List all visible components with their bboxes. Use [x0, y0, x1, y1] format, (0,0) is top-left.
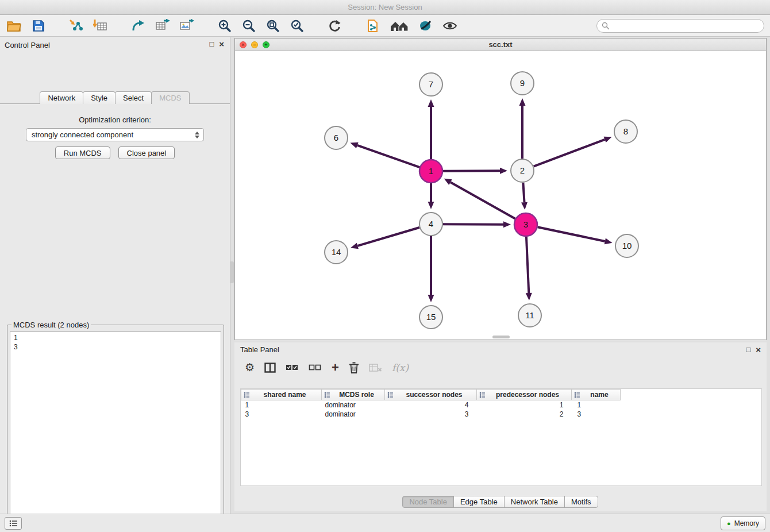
tab-motifs[interactable]: Motifs: [564, 496, 598, 508]
export-image-button[interactable]: [178, 17, 195, 34]
table-cell: dominator: [322, 400, 385, 410]
graph-edge-arrowhead: [503, 221, 511, 228]
graph-edge-3-11[interactable]: [526, 237, 529, 293]
zoom-in-button[interactable]: [216, 17, 233, 34]
save-session-button[interactable]: [30, 17, 47, 34]
column-header-mcds-role[interactable]: MCDS role: [322, 390, 385, 400]
table-toolbar: ⚙ +: [234, 357, 409, 378]
memory-button[interactable]: ● Memory: [721, 516, 765, 530]
network-window-title-bar[interactable]: × − + scc.txt: [235, 38, 766, 51]
graph-edge-4-3[interactable]: [443, 224, 503, 225]
style-button[interactable]: [417, 17, 434, 34]
add-column-button[interactable]: +: [332, 362, 339, 373]
apply-layout-button[interactable]: [326, 17, 344, 34]
graph-edge-1-2[interactable]: [443, 171, 500, 171]
columns-icon: [264, 363, 276, 373]
delete-column-button[interactable]: [349, 362, 359, 373]
memory-status-dot: ●: [727, 521, 731, 527]
criterion-dropdown[interactable]: strongly connected component: [26, 128, 204, 141]
horizontal-scrollbar[interactable]: [492, 336, 510, 338]
close-window-button[interactable]: ×: [240, 41, 247, 48]
zoom-window-button[interactable]: +: [263, 41, 270, 48]
eye-icon: [442, 21, 457, 31]
delete-table-button[interactable]: [369, 363, 382, 372]
criterion-value: strongly connected component: [32, 130, 193, 139]
graph-edge-2-8[interactable]: [534, 140, 605, 167]
show-columns-button[interactable]: [264, 363, 276, 373]
graph-node-label: 15: [426, 312, 436, 322]
minimize-window-button[interactable]: −: [251, 41, 258, 48]
show-details-button[interactable]: [441, 17, 459, 34]
panel-menu-button[interactable]: [5, 517, 22, 530]
table-cell: 1: [241, 400, 322, 410]
tab-network[interactable]: Network: [40, 91, 83, 104]
mcds-result-content[interactable]: 13: [10, 331, 221, 532]
export-network-button[interactable]: [130, 17, 147, 34]
zoom-selected-button[interactable]: [288, 17, 306, 34]
sort-icon: [387, 392, 394, 400]
close-panel-button[interactable]: Close panel: [118, 147, 175, 159]
open-folder-icon: [7, 20, 22, 32]
graph-edge-arrowhead: [351, 142, 359, 148]
close-table-panel-icon[interactable]: ×: [756, 346, 761, 354]
tab-mcds[interactable]: MCDS: [151, 91, 189, 104]
node-table-body: 1dominator4113dominator323: [241, 400, 621, 419]
graph-edge-arrowhead: [605, 238, 613, 245]
search-input[interactable]: [613, 22, 759, 30]
deselect-all-icon: [309, 364, 322, 372]
table-row[interactable]: 3dominator323: [241, 410, 621, 419]
graph-edge-1-6[interactable]: [357, 145, 419, 167]
column-header-name[interactable]: name: [572, 390, 621, 400]
sort-icon: [244, 392, 250, 400]
table-cell: 3: [241, 410, 322, 419]
tab-network-table[interactable]: Network Table: [504, 496, 565, 508]
select-all-columns-button[interactable]: [286, 364, 299, 372]
home-button[interactable]: [388, 17, 410, 34]
mcds-result-legend: MCDS result (2 nodes): [11, 321, 91, 329]
zoom-out-button[interactable]: [240, 17, 257, 34]
column-header-shared-name[interactable]: shared name: [241, 390, 322, 400]
optimization-criterion-label: Optimization criterion:: [0, 115, 230, 124]
delete-table-icon: [369, 363, 382, 372]
column-header-predecessor-nodes[interactable]: predecessor nodes: [477, 390, 572, 400]
tab-style[interactable]: Style: [83, 91, 116, 104]
style-badge-icon: [419, 20, 433, 32]
graph-edge-3-10[interactable]: [538, 227, 605, 241]
export-network-icon: [132, 20, 145, 32]
graph-edge-4-14[interactable]: [357, 228, 419, 246]
import-table-button[interactable]: [92, 17, 109, 34]
table-settings-button[interactable]: ⚙: [245, 362, 255, 373]
tab-node-table[interactable]: Node Table: [402, 496, 454, 508]
search-icon: [602, 22, 610, 30]
deselect-all-columns-button[interactable]: [309, 364, 322, 372]
close-panel-icon[interactable]: ×: [219, 40, 224, 48]
graph-node-label: 6: [334, 133, 338, 142]
trash-icon: [349, 362, 359, 373]
open-session-button[interactable]: [6, 17, 23, 34]
tab-edge-table[interactable]: Edge Table: [453, 496, 505, 508]
run-mcds-button[interactable]: Run MCDS: [55, 147, 110, 159]
graph-edge-3-1[interactable]: [451, 182, 515, 219]
table-cell: dominator: [322, 410, 385, 419]
window-title-bar[interactable]: Session: New Session: [0, 0, 770, 15]
table-row[interactable]: 1dominator411: [241, 400, 621, 410]
float-table-panel-icon[interactable]: □: [746, 346, 750, 354]
float-panel-icon[interactable]: □: [209, 40, 214, 48]
export-table-button[interactable]: [154, 17, 171, 34]
graph-edge-arrowhead: [519, 98, 526, 106]
tab-select[interactable]: Select: [115, 91, 152, 104]
network-overview-button[interactable]: [364, 17, 382, 34]
result-line: 1: [14, 333, 221, 342]
table-panel-title: Table Panel: [240, 345, 279, 354]
zoom-fit-button[interactable]: [264, 17, 282, 34]
export-table-icon: [155, 19, 170, 33]
import-network-button[interactable]: [68, 17, 85, 34]
panel-splitter[interactable]: [230, 261, 234, 283]
table-tabs: Node TableEdge TableNetwork TableMotifs: [234, 496, 767, 508]
column-header-successor-nodes[interactable]: successor nodes: [385, 390, 477, 400]
search-box[interactable]: [596, 19, 764, 33]
graph-edge-2-3[interactable]: [523, 183, 524, 202]
result-line: 3: [14, 342, 221, 352]
function-builder-button[interactable]: f(x): [392, 362, 409, 373]
network-graph[interactable]: 1234678910111415: [235, 51, 766, 340]
